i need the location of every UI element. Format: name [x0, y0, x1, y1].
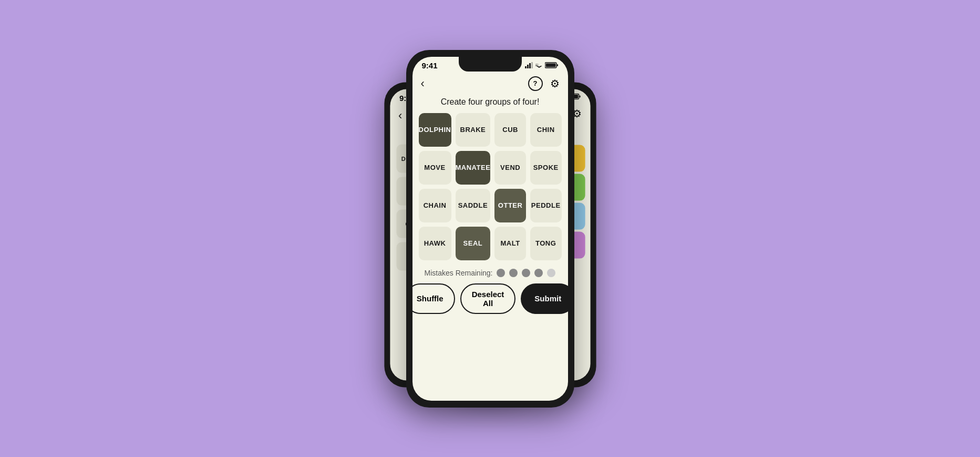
svg-rect-20: [579, 95, 580, 97]
tile-spoke-center[interactable]: SPOKE: [530, 151, 562, 185]
tile-move-center[interactable]: MOVE: [419, 151, 451, 185]
tile-chin-center[interactable]: CHIN: [530, 113, 562, 147]
settings-button-center[interactable]: ⚙: [550, 77, 560, 90]
dot-3: [522, 269, 530, 277]
status-time-center: 9:41: [422, 61, 438, 70]
svg-rect-12: [545, 64, 555, 67]
tile-tong-center[interactable]: TONG: [530, 227, 562, 260]
tile-hawk-center[interactable]: HAWK: [419, 227, 451, 260]
svg-rect-10: [531, 62, 533, 68]
svg-rect-9: [529, 63, 531, 68]
center-phone-screen: 9:41: [412, 57, 568, 401]
mistakes-row: Mistakes Remaining:: [412, 260, 568, 283]
notch-center: [459, 57, 522, 72]
tile-saddle-center[interactable]: SADDLE: [456, 189, 491, 222]
tile-malt-center[interactable]: MALT: [494, 227, 526, 260]
tile-manatee-center[interactable]: MANATEE: [456, 151, 491, 185]
svg-rect-7: [525, 66, 527, 68]
tile-cub-center[interactable]: CUB: [494, 113, 526, 147]
tile-vend-center[interactable]: VEND: [494, 151, 526, 185]
game-title-center: Create four groups of four!: [412, 95, 568, 113]
dot-2: [509, 269, 518, 277]
status-icons-center: [525, 62, 559, 68]
tile-brake-center[interactable]: BRAKE: [456, 113, 491, 147]
tile-chain-center[interactable]: CHAIN: [419, 189, 451, 222]
battery-icon-center: [545, 62, 559, 68]
submit-button[interactable]: Submit: [521, 283, 568, 314]
back-button-left[interactable]: ‹: [398, 108, 402, 122]
tile-peddle-center[interactable]: PEDDLE: [530, 189, 562, 222]
deselect-button[interactable]: Deselect All: [460, 283, 516, 314]
dot-4: [534, 269, 543, 277]
nav-icons-center: ? ⚙: [528, 76, 560, 91]
bottom-buttons: Shuffle Deselect All Submit: [412, 283, 568, 322]
tile-seal-center[interactable]: SEAL: [456, 227, 491, 260]
signal-icon-center: [525, 62, 533, 68]
dot-1: [497, 269, 505, 277]
help-button-center[interactable]: ?: [528, 76, 543, 91]
svg-rect-8: [527, 65, 529, 68]
svg-rect-13: [557, 64, 558, 66]
tile-otter-center[interactable]: OTTER: [494, 189, 526, 222]
nav-bar-center: ‹ ? ⚙: [412, 72, 568, 95]
mistakes-label: Mistakes Remaining:: [425, 269, 493, 277]
shuffle-button[interactable]: Shuffle: [412, 283, 455, 314]
dot-5: [547, 269, 555, 277]
word-grid-center: DOLPHINBRAKECUBCHINMOVEMANATEEVENDSPOKEC…: [412, 113, 568, 260]
back-button-center[interactable]: ‹: [421, 77, 425, 90]
tile-dolphin-center[interactable]: DOLPHIN: [419, 113, 451, 147]
center-phone: 9:41: [406, 50, 574, 408]
wifi-icon-center: [535, 62, 543, 68]
